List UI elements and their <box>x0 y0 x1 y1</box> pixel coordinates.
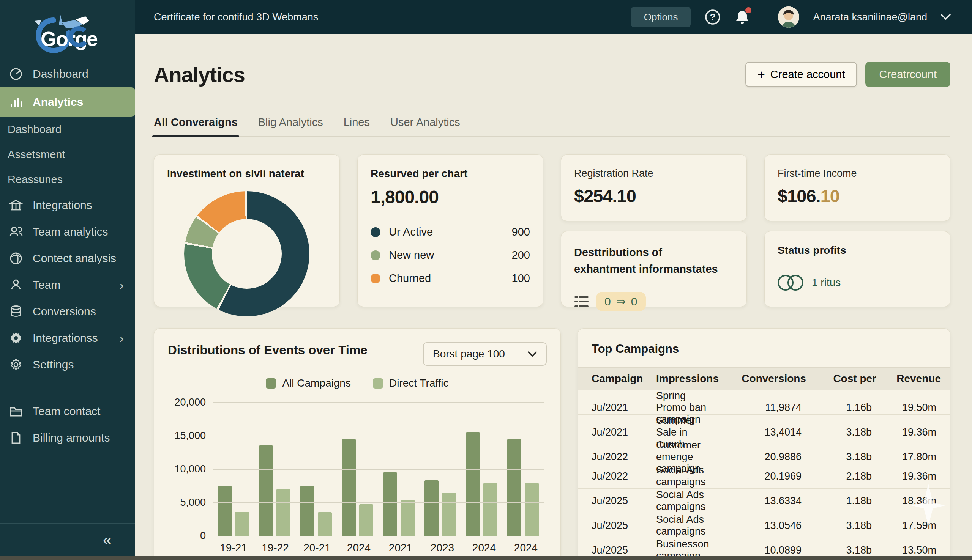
status-profits-title: Status profits <box>778 244 937 257</box>
sidebar-item-label: Dashboard <box>33 68 89 80</box>
table-row: Ju/2025Social Ads campaigns13.05463.18b1… <box>578 513 950 538</box>
stat-cards-grid: Registration Rate $254.10 First-time Inc… <box>154 154 950 307</box>
sidebar-item-integrations[interactable]: Integrations <box>0 192 135 218</box>
x-axis-tick: 2024 <box>505 542 547 554</box>
bar-direct-traffic <box>525 483 539 536</box>
column-header-revenue: Revenue <box>876 373 941 385</box>
legend-value: 200 <box>512 249 530 262</box>
column-header-impressions: Impressions <box>656 373 719 385</box>
sidebar-collapse-button[interactable]: « <box>103 532 112 548</box>
user-menu-chevron[interactable] <box>941 14 951 20</box>
bar-all-campaigns <box>342 439 356 536</box>
table-cell: Ju/2021 <box>591 402 656 413</box>
chart-filter-value: Borst page 100 <box>433 348 505 360</box>
app-window: Gorge DashboardAnalyticsDashboardAssetsm… <box>0 0 972 556</box>
user-name[interactable]: Anarata ksanilinae@land <box>813 12 927 23</box>
avatar[interactable] <box>778 7 799 28</box>
legend-row-new-new: New new200 <box>371 249 530 262</box>
badge-left-value: 0 <box>605 295 611 308</box>
toggle-circle-right <box>787 275 803 291</box>
tab-lines[interactable]: Lines <box>344 116 370 136</box>
legend-value: 900 <box>512 226 530 238</box>
x-axis-tick: 2021 <box>380 542 421 554</box>
sidebar-item-label: Billing amounts <box>33 432 110 444</box>
sidebar-item-label: Team contact <box>33 405 100 418</box>
sidebar-item-label: Contect analysis <box>33 252 116 265</box>
status-toggle[interactable] <box>778 275 803 291</box>
status-toggle-label: 1 ritus <box>812 277 841 289</box>
sidebar-item-settings[interactable]: Settings <box>0 351 135 378</box>
tab-user-analytics[interactable]: User Analytics <box>390 116 460 136</box>
legend-dot-icon <box>371 273 381 283</box>
y-axis-label: 15,000 <box>168 430 206 442</box>
legend-row-churned: Churned100 <box>371 272 530 285</box>
table-row: Ju/2021Spring Promo ban campaign11,98741… <box>578 390 950 415</box>
sidebar-subitem-assetsment[interactable]: Assetsment <box>0 142 135 167</box>
create-account-button[interactable]: + Create account <box>745 62 857 87</box>
sidebar-item-team-contact[interactable]: Team contact <box>0 398 135 425</box>
globe-icon <box>8 252 23 265</box>
options-button[interactable]: Options <box>631 7 691 27</box>
sidebar-divider <box>0 388 135 388</box>
y-axis-label: 20,000 <box>168 397 206 408</box>
chart-legend: All CampaignsDirect Traffic <box>168 377 547 389</box>
x-axis-tick: 19-21 <box>213 542 254 554</box>
resurved-title: Resurved per chart <box>371 168 530 180</box>
table-cell: Ju/2025 <box>591 520 656 532</box>
column-header-campaign: Campaign <box>591 373 656 385</box>
sidebar-item-integrationss[interactable]: Integrationss› <box>0 325 135 351</box>
sidebar-item-label: Analytics <box>33 96 83 108</box>
sidebar-item-team-analytics[interactable]: Team analytics <box>0 218 135 245</box>
folder-icon <box>8 405 23 418</box>
x-axis-labels: 19-2119-2220-2120242021202320242024 <box>213 542 547 554</box>
bar-direct-traffic <box>442 493 456 536</box>
tab-all-converaigns[interactable]: All Converaigns <box>154 116 238 136</box>
bar-direct-traffic <box>235 512 249 536</box>
help-icon: ? <box>704 9 721 25</box>
bar-chart-plot: 20,00015,00010,0005,0000 <box>213 402 544 536</box>
topbar-divider <box>763 7 764 27</box>
card-distributions: Desttributions of exhantment informansta… <box>561 231 747 307</box>
bar-direct-traffic <box>401 500 414 536</box>
x-axis-tick: 2023 <box>421 542 463 554</box>
column-header-conversions: Conversions <box>719 373 806 385</box>
notifications-button[interactable] <box>735 9 750 25</box>
sidebar-item-team[interactable]: Team› <box>0 272 135 298</box>
gridline: 10,000 <box>213 469 544 470</box>
bar-direct-traffic <box>483 483 498 536</box>
person-icon <box>8 278 23 292</box>
sidebar-item-conversions[interactable]: Conversions <box>0 298 135 325</box>
gear-filled-icon <box>8 331 23 345</box>
sidebar-item-analytics[interactable]: Analytics <box>0 87 135 117</box>
creatrcount-button[interactable]: Creatrcount <box>865 62 950 87</box>
sidebar-subitem-dashboard[interactable]: Dashboard <box>0 117 135 142</box>
table-row: Ju/2025Social Ads campaigns13.63341.18b1… <box>578 489 950 513</box>
income-value-main: $106. <box>778 186 820 206</box>
page-title: Analytics <box>154 62 245 87</box>
income-value: $106.10 <box>778 185 937 207</box>
chevron-down-icon <box>941 14 951 20</box>
help-button[interactable]: ? <box>704 9 721 25</box>
table-row: Ju/2022Customer emenge campaign20.98863.… <box>578 439 950 464</box>
table-cell: Social Ads campaigns <box>656 514 714 537</box>
table-cell: Businesson campaign <box>656 538 714 556</box>
sidebar-item-dashboard[interactable]: Dashboard <box>0 61 135 87</box>
app-logo: Gorge <box>0 0 135 61</box>
sidebar-item-label: Conversions <box>33 305 96 318</box>
table-cell: 10.0899 <box>714 545 802 556</box>
tab-blig-analytics[interactable]: Blig Analytics <box>258 116 323 136</box>
creatrcount-label: Creatrcount <box>879 68 937 81</box>
chart-legend-label: Direct Traffic <box>389 377 449 389</box>
donut-chart <box>184 191 309 317</box>
chart-filter-dropdown[interactable]: Borst page 100 <box>423 342 547 366</box>
sidebar-footer: « <box>0 523 135 556</box>
sidebar-subitem-reassunes[interactable]: Reassunes <box>0 167 135 192</box>
table-header: CampaignImpressionsConversionsCost perRe… <box>578 367 950 390</box>
table-cell: 17.59m <box>872 520 936 532</box>
sidebar-item-label: Settings <box>33 358 73 371</box>
bottom-taskbar-strip <box>0 556 972 560</box>
table-cell: 17.80m <box>872 451 936 463</box>
sidebar-item-billing-amounts[interactable]: Billing amounts <box>0 425 135 451</box>
table-cell: 1.16b <box>802 402 872 413</box>
sidebar-item-contect-analysis[interactable]: Contect analysis <box>0 245 135 272</box>
